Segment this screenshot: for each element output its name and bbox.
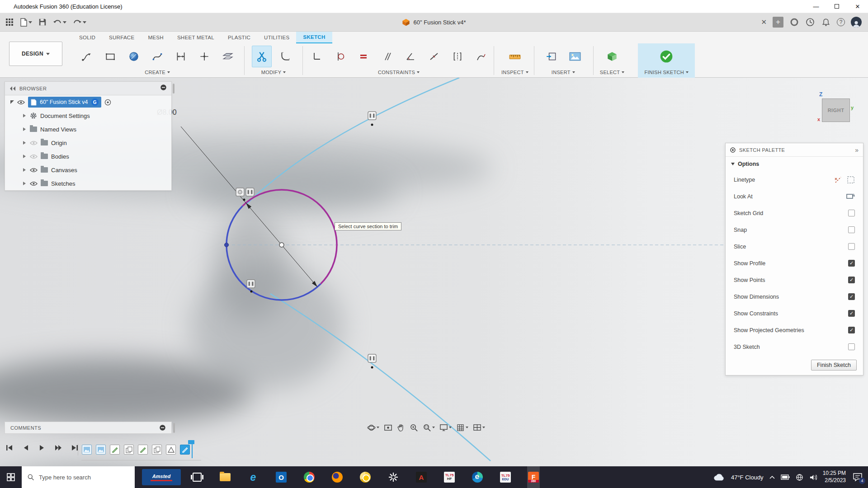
browser-item-sketches[interactable]: Sketches	[5, 177, 171, 190]
internet-explorer-icon[interactable]: e	[247, 466, 259, 488]
fusion-360-icon[interactable]: F360	[527, 466, 540, 488]
canvas-feature[interactable]	[82, 445, 92, 455]
group-label-modify[interactable]: MODIFY	[261, 70, 286, 78]
options-section-header[interactable]: Options	[726, 157, 863, 171]
minimize-icon[interactable]: —	[806, 0, 826, 13]
workspace-selector[interactable]: DESIGN	[9, 42, 62, 66]
tab-sketch[interactable]: SKETCH	[296, 32, 332, 43]
perpendicular-constraint[interactable]	[401, 46, 420, 67]
tab-solid[interactable]: SOLID	[72, 32, 102, 43]
expand-caret[interactable]	[23, 182, 26, 185]
user-avatar[interactable]	[851, 17, 862, 28]
task-view-icon[interactable]	[191, 466, 203, 488]
browser-item-canvases[interactable]: Canvases	[5, 163, 171, 177]
timeline-marker-flag[interactable]	[188, 440, 194, 444]
orbit-icon[interactable]	[367, 423, 379, 432]
symmetry-constraint[interactable]	[448, 46, 467, 67]
construction-linetype-icon[interactable]	[834, 176, 842, 184]
skip-start-icon[interactable]	[5, 443, 14, 453]
history-icon[interactable]	[805, 17, 815, 27]
viewcube[interactable]: Z RIGHT x y	[819, 91, 864, 123]
constraint-glyph-icon[interactable]	[247, 280, 255, 288]
comments-toggle-icon[interactable]	[159, 424, 166, 431]
notifications-bell-icon[interactable]	[821, 17, 831, 27]
sketch-palette-header[interactable]: SKETCH PALETTE »	[726, 143, 863, 157]
grid-icon[interactable]	[456, 423, 468, 432]
spline-tool[interactable]	[147, 46, 167, 67]
tangent-constraint[interactable]	[330, 46, 350, 67]
outlook-icon[interactable]: O	[275, 466, 288, 488]
parallel-constraint[interactable]	[377, 46, 397, 67]
root-selection[interactable]: 60" Fusion Stick v4 G	[28, 97, 101, 108]
tab-sheet-metal[interactable]: SHEET METAL	[170, 32, 221, 43]
timeline-position-marker[interactable]	[192, 444, 193, 458]
collinear-constraint[interactable]	[424, 46, 444, 67]
tl75-hf-icon[interactable]: TL75HF	[443, 466, 456, 488]
help-icon[interactable]: ?	[837, 18, 845, 26]
group-label-inspect[interactable]: INSPECT	[501, 70, 528, 78]
group-label-finish-sketch[interactable]: FINISH SKETCH	[644, 70, 689, 78]
constraint-glyph-icon[interactable]	[236, 188, 244, 196]
horizontal-vertical-constraint[interactable]	[307, 46, 326, 67]
job-status-icon[interactable]	[789, 17, 799, 27]
tab-utilities[interactable]: UTILITIES	[257, 32, 296, 43]
browser-scrollbar[interactable]	[173, 84, 175, 94]
tab-mesh[interactable]: MESH	[141, 32, 170, 43]
browser-item-document-settings[interactable]: Document Settings	[5, 109, 171, 122]
file-explorer-icon[interactable]	[219, 466, 231, 488]
browser-item-origin[interactable]: Origin	[5, 136, 171, 150]
zoom-window-icon[interactable]	[423, 423, 435, 432]
star-app-icon[interactable]	[387, 466, 400, 488]
activate-target-icon[interactable]	[104, 99, 111, 106]
show-projected-geometries-checkbox[interactable]	[848, 327, 855, 333]
taskbar-clock[interactable]: 10:25 PM 2/5/2023	[823, 470, 846, 484]
battery-icon[interactable]	[781, 474, 790, 480]
network-icon[interactable]	[796, 474, 803, 481]
finish-sketch-icon[interactable]	[656, 46, 676, 67]
expand-caret[interactable]	[23, 141, 26, 145]
chrome-canary-icon[interactable]	[359, 466, 372, 488]
eye-icon[interactable]	[30, 168, 38, 173]
viewports-icon[interactable]	[473, 423, 485, 432]
taskbar-search[interactable]: Type here to search	[22, 466, 135, 488]
look-at-icon[interactable]	[846, 193, 855, 200]
browser-item-named-views[interactable]: Named Views	[5, 122, 171, 136]
point-tool[interactable]	[194, 46, 214, 67]
circle-tool[interactable]	[124, 46, 144, 67]
app-grid-icon[interactable]	[5, 18, 14, 26]
show-constraints-checkbox[interactable]	[848, 310, 855, 317]
sketch-group-feature[interactable]	[152, 445, 162, 455]
sketch-feature[interactable]	[110, 445, 120, 455]
projected-curve-bottom[interactable]	[270, 294, 491, 461]
volume-icon[interactable]	[809, 474, 817, 481]
weather-text[interactable]: 47°F Cloudy	[731, 474, 764, 481]
line-tool[interactable]	[77, 46, 97, 67]
tl75-edu-icon[interactable]: TL75EDU	[499, 466, 512, 488]
document-tab[interactable]: 60" Fusion Stick v4*	[395, 13, 473, 31]
expand-caret[interactable]	[23, 114, 26, 117]
tab-surface[interactable]: SURFACE	[102, 32, 141, 43]
circle-quadrant-point[interactable]	[225, 243, 229, 247]
close-doc-icon[interactable]: ✕	[761, 18, 767, 26]
project-tool[interactable]	[218, 46, 238, 67]
eye-icon[interactable]	[30, 141, 38, 145]
group-label-create[interactable]: CREATE	[145, 70, 170, 78]
canvas-feature[interactable]	[96, 445, 106, 455]
firefox-icon[interactable]	[331, 466, 344, 488]
projected-curve-top[interactable]	[246, 78, 459, 204]
snap-checkbox[interactable]	[848, 226, 855, 233]
chevron-up-icon[interactable]	[769, 474, 775, 480]
maximize-icon[interactable]	[826, 0, 847, 13]
equal-constraint[interactable]	[354, 46, 373, 67]
step-forward-icon[interactable]	[53, 443, 63, 453]
pan-icon[interactable]	[397, 423, 405, 432]
browser-options-icon[interactable]	[160, 84, 167, 93]
comments-bar[interactable]: COMMENTS	[5, 422, 172, 434]
group-label-constraints[interactable]: CONSTRAINTS	[378, 70, 420, 78]
select-tool[interactable]	[602, 46, 622, 67]
viewcube-face-right[interactable]: RIGHT	[822, 99, 850, 122]
eye-icon[interactable]	[30, 154, 38, 159]
constraint-glyph-icon[interactable]	[246, 188, 254, 196]
3d-sketch-checkbox[interactable]	[848, 343, 855, 350]
sketch-feature-active[interactable]	[180, 445, 190, 455]
